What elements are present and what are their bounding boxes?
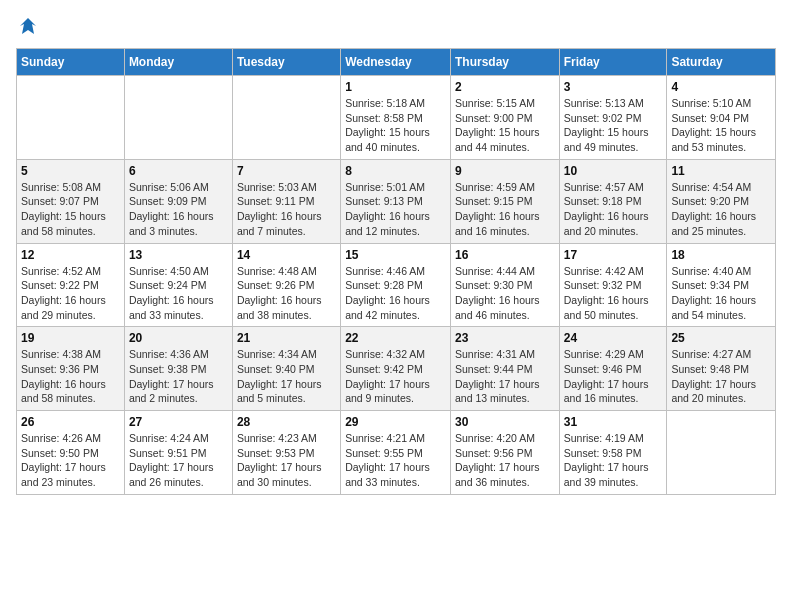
calendar-cell: 15Sunrise: 4:46 AMSunset: 9:28 PMDayligh… xyxy=(341,243,451,327)
day-info: Sunrise: 5:08 AMSunset: 9:07 PMDaylight:… xyxy=(21,180,120,239)
day-info: Sunrise: 4:36 AMSunset: 9:38 PMDaylight:… xyxy=(129,347,228,406)
calendar-cell: 19Sunrise: 4:38 AMSunset: 9:36 PMDayligh… xyxy=(17,327,125,411)
day-info: Sunrise: 4:59 AMSunset: 9:15 PMDaylight:… xyxy=(455,180,555,239)
day-info: Sunrise: 4:31 AMSunset: 9:44 PMDaylight:… xyxy=(455,347,555,406)
calendar-day-header: Tuesday xyxy=(232,49,340,76)
calendar-cell: 6Sunrise: 5:06 AMSunset: 9:09 PMDaylight… xyxy=(124,159,232,243)
logo xyxy=(16,16,38,40)
calendar-day-header: Saturday xyxy=(667,49,776,76)
calendar-cell: 17Sunrise: 4:42 AMSunset: 9:32 PMDayligh… xyxy=(559,243,667,327)
calendar-cell: 27Sunrise: 4:24 AMSunset: 9:51 PMDayligh… xyxy=(124,411,232,495)
day-info: Sunrise: 5:03 AMSunset: 9:11 PMDaylight:… xyxy=(237,180,336,239)
calendar-cell: 2Sunrise: 5:15 AMSunset: 9:00 PMDaylight… xyxy=(450,76,559,160)
day-number: 20 xyxy=(129,331,228,345)
calendar-body: 1Sunrise: 5:18 AMSunset: 8:58 PMDaylight… xyxy=(17,76,776,495)
day-number: 11 xyxy=(671,164,771,178)
calendar-cell: 7Sunrise: 5:03 AMSunset: 9:11 PMDaylight… xyxy=(232,159,340,243)
day-info: Sunrise: 4:40 AMSunset: 9:34 PMDaylight:… xyxy=(671,264,771,323)
day-info: Sunrise: 5:10 AMSunset: 9:04 PMDaylight:… xyxy=(671,96,771,155)
day-number: 29 xyxy=(345,415,446,429)
calendar-cell: 25Sunrise: 4:27 AMSunset: 9:48 PMDayligh… xyxy=(667,327,776,411)
calendar-cell: 8Sunrise: 5:01 AMSunset: 9:13 PMDaylight… xyxy=(341,159,451,243)
day-info: Sunrise: 4:24 AMSunset: 9:51 PMDaylight:… xyxy=(129,431,228,490)
calendar-cell: 29Sunrise: 4:21 AMSunset: 9:55 PMDayligh… xyxy=(341,411,451,495)
header xyxy=(16,16,776,40)
day-number: 21 xyxy=(237,331,336,345)
day-number: 15 xyxy=(345,248,446,262)
calendar-week-row: 5Sunrise: 5:08 AMSunset: 9:07 PMDaylight… xyxy=(17,159,776,243)
day-info: Sunrise: 4:34 AMSunset: 9:40 PMDaylight:… xyxy=(237,347,336,406)
calendar-cell: 22Sunrise: 4:32 AMSunset: 9:42 PMDayligh… xyxy=(341,327,451,411)
day-info: Sunrise: 4:32 AMSunset: 9:42 PMDaylight:… xyxy=(345,347,446,406)
day-number: 13 xyxy=(129,248,228,262)
calendar-cell: 18Sunrise: 4:40 AMSunset: 9:34 PMDayligh… xyxy=(667,243,776,327)
day-number: 12 xyxy=(21,248,120,262)
day-info: Sunrise: 4:29 AMSunset: 9:46 PMDaylight:… xyxy=(564,347,663,406)
calendar-day-header: Sunday xyxy=(17,49,125,76)
day-number: 14 xyxy=(237,248,336,262)
svg-marker-0 xyxy=(20,18,36,34)
day-number: 17 xyxy=(564,248,663,262)
calendar-cell: 30Sunrise: 4:20 AMSunset: 9:56 PMDayligh… xyxy=(450,411,559,495)
day-info: Sunrise: 4:26 AMSunset: 9:50 PMDaylight:… xyxy=(21,431,120,490)
day-info: Sunrise: 4:27 AMSunset: 9:48 PMDaylight:… xyxy=(671,347,771,406)
calendar-week-row: 26Sunrise: 4:26 AMSunset: 9:50 PMDayligh… xyxy=(17,411,776,495)
day-number: 24 xyxy=(564,331,663,345)
day-info: Sunrise: 5:18 AMSunset: 8:58 PMDaylight:… xyxy=(345,96,446,155)
day-number: 16 xyxy=(455,248,555,262)
calendar-week-row: 12Sunrise: 4:52 AMSunset: 9:22 PMDayligh… xyxy=(17,243,776,327)
day-info: Sunrise: 4:20 AMSunset: 9:56 PMDaylight:… xyxy=(455,431,555,490)
calendar-cell: 26Sunrise: 4:26 AMSunset: 9:50 PMDayligh… xyxy=(17,411,125,495)
calendar-cell: 31Sunrise: 4:19 AMSunset: 9:58 PMDayligh… xyxy=(559,411,667,495)
calendar-table: SundayMondayTuesdayWednesdayThursdayFrid… xyxy=(16,48,776,495)
day-number: 2 xyxy=(455,80,555,94)
day-info: Sunrise: 4:21 AMSunset: 9:55 PMDaylight:… xyxy=(345,431,446,490)
day-number: 5 xyxy=(21,164,120,178)
day-number: 28 xyxy=(237,415,336,429)
calendar-cell: 4Sunrise: 5:10 AMSunset: 9:04 PMDaylight… xyxy=(667,76,776,160)
calendar-cell: 24Sunrise: 4:29 AMSunset: 9:46 PMDayligh… xyxy=(559,327,667,411)
day-number: 26 xyxy=(21,415,120,429)
day-info: Sunrise: 4:23 AMSunset: 9:53 PMDaylight:… xyxy=(237,431,336,490)
day-info: Sunrise: 4:52 AMSunset: 9:22 PMDaylight:… xyxy=(21,264,120,323)
day-info: Sunrise: 4:19 AMSunset: 9:58 PMDaylight:… xyxy=(564,431,663,490)
calendar-cell: 1Sunrise: 5:18 AMSunset: 8:58 PMDaylight… xyxy=(341,76,451,160)
day-number: 10 xyxy=(564,164,663,178)
calendar-cell: 3Sunrise: 5:13 AMSunset: 9:02 PMDaylight… xyxy=(559,76,667,160)
calendar-cell: 20Sunrise: 4:36 AMSunset: 9:38 PMDayligh… xyxy=(124,327,232,411)
calendar-week-row: 1Sunrise: 5:18 AMSunset: 8:58 PMDaylight… xyxy=(17,76,776,160)
logo-bird-icon xyxy=(18,16,38,40)
calendar-cell: 11Sunrise: 4:54 AMSunset: 9:20 PMDayligh… xyxy=(667,159,776,243)
day-info: Sunrise: 4:44 AMSunset: 9:30 PMDaylight:… xyxy=(455,264,555,323)
calendar-cell: 21Sunrise: 4:34 AMSunset: 9:40 PMDayligh… xyxy=(232,327,340,411)
day-info: Sunrise: 4:42 AMSunset: 9:32 PMDaylight:… xyxy=(564,264,663,323)
day-number: 8 xyxy=(345,164,446,178)
day-number: 7 xyxy=(237,164,336,178)
calendar-cell: 10Sunrise: 4:57 AMSunset: 9:18 PMDayligh… xyxy=(559,159,667,243)
calendar-cell: 12Sunrise: 4:52 AMSunset: 9:22 PMDayligh… xyxy=(17,243,125,327)
calendar-cell xyxy=(17,76,125,160)
calendar-cell: 16Sunrise: 4:44 AMSunset: 9:30 PMDayligh… xyxy=(450,243,559,327)
calendar-day-header: Wednesday xyxy=(341,49,451,76)
day-info: Sunrise: 5:06 AMSunset: 9:09 PMDaylight:… xyxy=(129,180,228,239)
day-number: 18 xyxy=(671,248,771,262)
day-info: Sunrise: 4:46 AMSunset: 9:28 PMDaylight:… xyxy=(345,264,446,323)
calendar-cell xyxy=(232,76,340,160)
day-number: 27 xyxy=(129,415,228,429)
day-number: 23 xyxy=(455,331,555,345)
calendar-week-row: 19Sunrise: 4:38 AMSunset: 9:36 PMDayligh… xyxy=(17,327,776,411)
calendar-cell: 28Sunrise: 4:23 AMSunset: 9:53 PMDayligh… xyxy=(232,411,340,495)
day-number: 22 xyxy=(345,331,446,345)
day-info: Sunrise: 4:48 AMSunset: 9:26 PMDaylight:… xyxy=(237,264,336,323)
day-number: 1 xyxy=(345,80,446,94)
day-number: 9 xyxy=(455,164,555,178)
day-number: 4 xyxy=(671,80,771,94)
calendar-day-header: Thursday xyxy=(450,49,559,76)
day-info: Sunrise: 4:50 AMSunset: 9:24 PMDaylight:… xyxy=(129,264,228,323)
calendar-cell: 13Sunrise: 4:50 AMSunset: 9:24 PMDayligh… xyxy=(124,243,232,327)
calendar-cell: 5Sunrise: 5:08 AMSunset: 9:07 PMDaylight… xyxy=(17,159,125,243)
calendar-day-header: Friday xyxy=(559,49,667,76)
day-number: 3 xyxy=(564,80,663,94)
day-info: Sunrise: 4:54 AMSunset: 9:20 PMDaylight:… xyxy=(671,180,771,239)
calendar-cell: 9Sunrise: 4:59 AMSunset: 9:15 PMDaylight… xyxy=(450,159,559,243)
